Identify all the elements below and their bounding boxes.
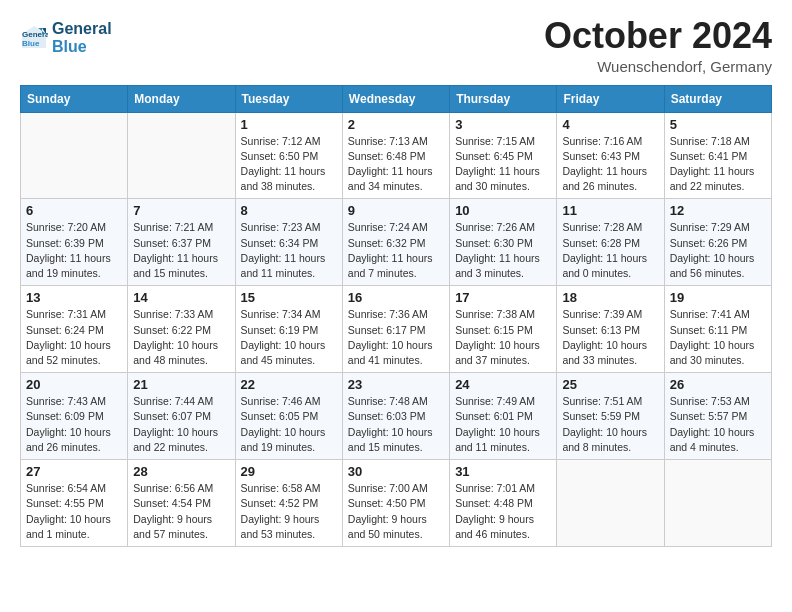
calendar-cell: 20Sunrise: 7:43 AM Sunset: 6:09 PM Dayli… xyxy=(21,373,128,460)
day-number: 9 xyxy=(348,203,444,218)
weekday-header-tuesday: Tuesday xyxy=(235,85,342,112)
day-number: 18 xyxy=(562,290,658,305)
day-number: 24 xyxy=(455,377,551,392)
day-number: 21 xyxy=(133,377,229,392)
weekday-header-thursday: Thursday xyxy=(450,85,557,112)
day-info: Sunrise: 7:41 AM Sunset: 6:11 PM Dayligh… xyxy=(670,307,766,368)
day-info: Sunrise: 7:13 AM Sunset: 6:48 PM Dayligh… xyxy=(348,134,444,195)
calendar-cell: 25Sunrise: 7:51 AM Sunset: 5:59 PM Dayli… xyxy=(557,373,664,460)
calendar-cell: 23Sunrise: 7:48 AM Sunset: 6:03 PM Dayli… xyxy=(342,373,449,460)
day-info: Sunrise: 6:56 AM Sunset: 4:54 PM Dayligh… xyxy=(133,481,229,542)
calendar-cell: 11Sunrise: 7:28 AM Sunset: 6:28 PM Dayli… xyxy=(557,199,664,286)
day-info: Sunrise: 7:26 AM Sunset: 6:30 PM Dayligh… xyxy=(455,220,551,281)
day-number: 2 xyxy=(348,117,444,132)
day-number: 26 xyxy=(670,377,766,392)
day-number: 8 xyxy=(241,203,337,218)
calendar-cell: 30Sunrise: 7:00 AM Sunset: 4:50 PM Dayli… xyxy=(342,460,449,547)
day-info: Sunrise: 6:54 AM Sunset: 4:55 PM Dayligh… xyxy=(26,481,122,542)
day-number: 27 xyxy=(26,464,122,479)
day-info: Sunrise: 7:01 AM Sunset: 4:48 PM Dayligh… xyxy=(455,481,551,542)
day-info: Sunrise: 7:23 AM Sunset: 6:34 PM Dayligh… xyxy=(241,220,337,281)
calendar-cell: 8Sunrise: 7:23 AM Sunset: 6:34 PM Daylig… xyxy=(235,199,342,286)
calendar-cell: 9Sunrise: 7:24 AM Sunset: 6:32 PM Daylig… xyxy=(342,199,449,286)
day-number: 22 xyxy=(241,377,337,392)
calendar-cell: 28Sunrise: 6:56 AM Sunset: 4:54 PM Dayli… xyxy=(128,460,235,547)
logo-text: General Blue xyxy=(52,20,112,57)
day-number: 7 xyxy=(133,203,229,218)
calendar-cell: 17Sunrise: 7:38 AM Sunset: 6:15 PM Dayli… xyxy=(450,286,557,373)
calendar-cell: 13Sunrise: 7:31 AM Sunset: 6:24 PM Dayli… xyxy=(21,286,128,373)
day-number: 20 xyxy=(26,377,122,392)
day-info: Sunrise: 7:46 AM Sunset: 6:05 PM Dayligh… xyxy=(241,394,337,455)
calendar-cell: 15Sunrise: 7:34 AM Sunset: 6:19 PM Dayli… xyxy=(235,286,342,373)
day-info: Sunrise: 7:21 AM Sunset: 6:37 PM Dayligh… xyxy=(133,220,229,281)
day-info: Sunrise: 7:20 AM Sunset: 6:39 PM Dayligh… xyxy=(26,220,122,281)
day-info: Sunrise: 7:39 AM Sunset: 6:13 PM Dayligh… xyxy=(562,307,658,368)
day-info: Sunrise: 6:58 AM Sunset: 4:52 PM Dayligh… xyxy=(241,481,337,542)
day-info: Sunrise: 7:53 AM Sunset: 5:57 PM Dayligh… xyxy=(670,394,766,455)
weekday-header-monday: Monday xyxy=(128,85,235,112)
calendar-cell: 16Sunrise: 7:36 AM Sunset: 6:17 PM Dayli… xyxy=(342,286,449,373)
day-number: 16 xyxy=(348,290,444,305)
day-number: 6 xyxy=(26,203,122,218)
day-number: 14 xyxy=(133,290,229,305)
calendar-cell: 14Sunrise: 7:33 AM Sunset: 6:22 PM Dayli… xyxy=(128,286,235,373)
day-info: Sunrise: 7:36 AM Sunset: 6:17 PM Dayligh… xyxy=(348,307,444,368)
day-number: 23 xyxy=(348,377,444,392)
logo-general: General xyxy=(52,20,112,37)
calendar-cell: 21Sunrise: 7:44 AM Sunset: 6:07 PM Dayli… xyxy=(128,373,235,460)
weekday-header-saturday: Saturday xyxy=(664,85,771,112)
day-number: 3 xyxy=(455,117,551,132)
calendar-cell: 26Sunrise: 7:53 AM Sunset: 5:57 PM Dayli… xyxy=(664,373,771,460)
day-info: Sunrise: 7:31 AM Sunset: 6:24 PM Dayligh… xyxy=(26,307,122,368)
svg-text:General: General xyxy=(22,30,48,39)
day-number: 1 xyxy=(241,117,337,132)
day-number: 19 xyxy=(670,290,766,305)
calendar-week-row: 27Sunrise: 6:54 AM Sunset: 4:55 PM Dayli… xyxy=(21,460,772,547)
day-info: Sunrise: 7:00 AM Sunset: 4:50 PM Dayligh… xyxy=(348,481,444,542)
calendar-cell: 1Sunrise: 7:12 AM Sunset: 6:50 PM Daylig… xyxy=(235,112,342,199)
calendar-cell: 19Sunrise: 7:41 AM Sunset: 6:11 PM Dayli… xyxy=(664,286,771,373)
day-number: 29 xyxy=(241,464,337,479)
logo: General Blue General Blue xyxy=(20,20,112,57)
day-info: Sunrise: 7:15 AM Sunset: 6:45 PM Dayligh… xyxy=(455,134,551,195)
logo-blue: Blue xyxy=(52,38,87,55)
calendar-header-row: SundayMondayTuesdayWednesdayThursdayFrid… xyxy=(21,85,772,112)
page: General Blue General Blue October 2024 W… xyxy=(0,0,792,567)
day-info: Sunrise: 7:12 AM Sunset: 6:50 PM Dayligh… xyxy=(241,134,337,195)
calendar-cell: 2Sunrise: 7:13 AM Sunset: 6:48 PM Daylig… xyxy=(342,112,449,199)
calendar-cell: 12Sunrise: 7:29 AM Sunset: 6:26 PM Dayli… xyxy=(664,199,771,286)
day-info: Sunrise: 7:48 AM Sunset: 6:03 PM Dayligh… xyxy=(348,394,444,455)
day-number: 28 xyxy=(133,464,229,479)
calendar-cell xyxy=(21,112,128,199)
day-number: 25 xyxy=(562,377,658,392)
header: General Blue General Blue October 2024 W… xyxy=(20,16,772,75)
day-info: Sunrise: 7:34 AM Sunset: 6:19 PM Dayligh… xyxy=(241,307,337,368)
calendar-cell xyxy=(128,112,235,199)
day-number: 30 xyxy=(348,464,444,479)
calendar-cell: 3Sunrise: 7:15 AM Sunset: 6:45 PM Daylig… xyxy=(450,112,557,199)
day-info: Sunrise: 7:44 AM Sunset: 6:07 PM Dayligh… xyxy=(133,394,229,455)
weekday-header-sunday: Sunday xyxy=(21,85,128,112)
day-info: Sunrise: 7:28 AM Sunset: 6:28 PM Dayligh… xyxy=(562,220,658,281)
day-number: 11 xyxy=(562,203,658,218)
day-number: 10 xyxy=(455,203,551,218)
calendar-cell xyxy=(557,460,664,547)
day-info: Sunrise: 7:24 AM Sunset: 6:32 PM Dayligh… xyxy=(348,220,444,281)
day-info: Sunrise: 7:38 AM Sunset: 6:15 PM Dayligh… xyxy=(455,307,551,368)
title-block: October 2024 Wuenschendorf, Germany xyxy=(544,16,772,75)
day-info: Sunrise: 7:33 AM Sunset: 6:22 PM Dayligh… xyxy=(133,307,229,368)
day-info: Sunrise: 7:16 AM Sunset: 6:43 PM Dayligh… xyxy=(562,134,658,195)
day-number: 5 xyxy=(670,117,766,132)
day-info: Sunrise: 7:51 AM Sunset: 5:59 PM Dayligh… xyxy=(562,394,658,455)
svg-text:Blue: Blue xyxy=(22,39,40,48)
day-info: Sunrise: 7:18 AM Sunset: 6:41 PM Dayligh… xyxy=(670,134,766,195)
weekday-header-friday: Friday xyxy=(557,85,664,112)
day-number: 17 xyxy=(455,290,551,305)
calendar-cell: 7Sunrise: 7:21 AM Sunset: 6:37 PM Daylig… xyxy=(128,199,235,286)
month-title: October 2024 xyxy=(544,16,772,56)
day-info: Sunrise: 7:43 AM Sunset: 6:09 PM Dayligh… xyxy=(26,394,122,455)
weekday-header-wednesday: Wednesday xyxy=(342,85,449,112)
calendar-week-row: 13Sunrise: 7:31 AM Sunset: 6:24 PM Dayli… xyxy=(21,286,772,373)
location: Wuenschendorf, Germany xyxy=(544,58,772,75)
